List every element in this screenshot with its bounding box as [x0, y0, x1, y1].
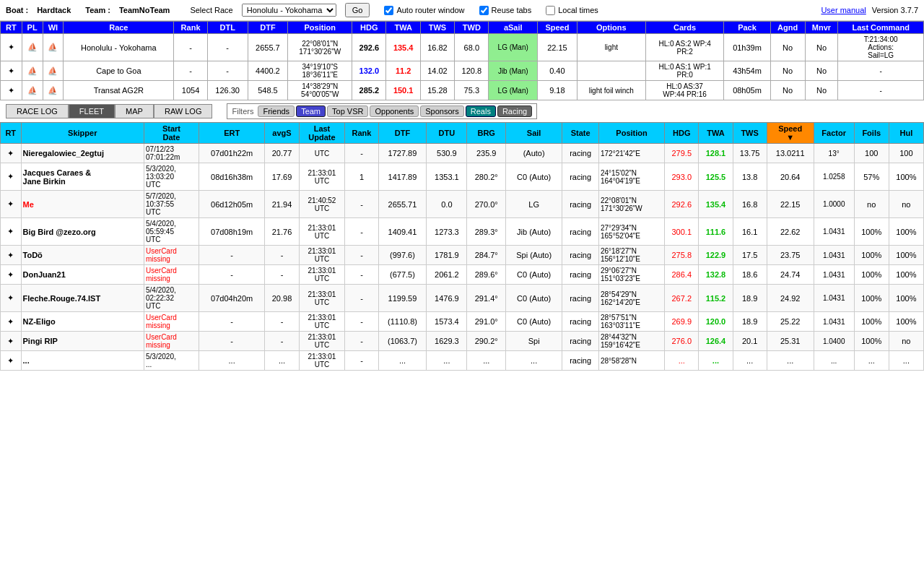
fleet-col-dtu[interactable]: DTU — [427, 123, 467, 144]
auto-router-checkbox[interactable] — [384, 6, 393, 15]
fleet-row-position: 29°06'27"N151°03'23"E — [598, 265, 664, 285]
filter-team[interactable]: Team — [296, 105, 326, 117]
top-row-lastcmd: - — [838, 81, 924, 100]
filter-top-vsr[interactable]: Top VSR — [327, 105, 368, 117]
fleet-col-rank[interactable]: Rank — [345, 123, 378, 144]
user-manual-link[interactable]: User manual — [821, 6, 866, 14]
col-pack: Pack — [724, 22, 770, 34]
fleet-row-rt: ✦ — [1, 285, 22, 312]
top-row-agnd: No — [770, 61, 805, 81]
filter-reals[interactable]: Reals — [466, 105, 496, 117]
fleet-row-dtu: 1353.1 — [427, 163, 467, 191]
race-select[interactable]: Honolulu - Yokohama — [242, 4, 336, 17]
fleet-col-tws[interactable]: TWS — [733, 123, 767, 144]
map-button[interactable]: MAP — [115, 104, 154, 118]
fleet-row-hdg: 292.6 — [665, 191, 699, 218]
fleet-row-sail: ... — [506, 351, 562, 371]
fleet-row-factor: 1.0000 — [814, 191, 854, 218]
fleet-row-twa: 128.1 — [699, 144, 733, 163]
fleet-row-dtf: 1409.41 — [378, 218, 427, 246]
fleet-row-state: racing — [562, 144, 599, 163]
top-row-position: 14°38'29"N54°00'05"W — [288, 81, 352, 100]
top-row-twa: 150.1 — [386, 81, 420, 100]
filter-opponents[interactable]: Opponents — [370, 105, 419, 117]
top-row-race: Cape to Goa — [64, 61, 174, 81]
fleet-row-rt: ✦ — [1, 246, 22, 265]
fleet-row-lastupdate: 21:33:01UTC — [299, 246, 345, 265]
fleet-col-ert[interactable]: ERT — [199, 123, 265, 144]
fleet-col-lastupdate[interactable]: LastUpdate — [299, 123, 345, 144]
top-row-pack: 08h05m — [724, 81, 770, 100]
fleet-col-dtf[interactable]: DTF — [378, 123, 427, 144]
col-options: Options — [577, 22, 645, 34]
fleet-row-speed: 25.31 — [767, 332, 814, 351]
filter-sponsors[interactable]: Sponsors — [420, 105, 463, 117]
col-rt: RT — [1, 22, 22, 34]
top-row-dtf: 2655.7 — [248, 34, 288, 61]
top-row-cards: HL:0 AS:2 WP:4PR:2 — [645, 34, 724, 61]
fleet-row-brg: 289.6° — [467, 265, 506, 285]
reuse-tabs-checkbox[interactable] — [479, 6, 489, 15]
top-row-rt: ✦ — [1, 61, 22, 81]
select-race-label: Select Race — [190, 6, 232, 14]
fleet-row-hdg: 293.0 — [665, 163, 699, 191]
fleet-row-tws: 13.8 — [733, 163, 767, 191]
fleet-row-start: UserCardmissing — [144, 246, 199, 265]
top-bar: Boat : Hardtack Team : TeamNoTeam Select… — [0, 0, 924, 21]
fleet-col-factor[interactable]: Factor — [814, 123, 854, 144]
top-row-mnvr: No — [805, 61, 838, 81]
fleet-row-avgs: 20.98 — [265, 285, 299, 312]
fleet-col-hul[interactable]: Hul — [889, 123, 923, 144]
local-times-checkbox-group[interactable]: Local times — [546, 6, 598, 15]
top-races-table: RT PL WI Race Rank DTL DTF Position HDG … — [0, 21, 924, 100]
reuse-tabs-checkbox-group[interactable]: Reuse tabs — [479, 6, 532, 15]
top-row-options — [577, 61, 645, 81]
raw-log-button[interactable]: RAW LOG — [154, 104, 213, 118]
filter-racing[interactable]: Racing — [497, 105, 532, 117]
fleet-row-state: racing — [562, 163, 599, 191]
top-row-wi: ⛵ — [43, 61, 64, 81]
fleet-row-ert: - — [199, 246, 265, 265]
filters-box: Filters Friends Team Top VSR Opponents S… — [227, 103, 537, 119]
top-row-race: Honolulu - Yokohama — [64, 34, 174, 61]
fleet-col-sail[interactable]: Sail — [506, 123, 562, 144]
fleet-col-foils[interactable]: Foils — [854, 123, 889, 144]
fleet-col-avgs[interactable]: avgS — [265, 123, 299, 144]
fleet-col-skipper[interactable]: Skipper — [21, 123, 144, 144]
top-row-tws: 14.02 — [420, 61, 454, 81]
fleet-row-state: racing — [562, 191, 599, 218]
fleet-col-speed[interactable]: Speed▼ — [767, 123, 814, 144]
filter-friends[interactable]: Friends — [258, 105, 295, 117]
fleet-col-state[interactable]: State — [562, 123, 599, 144]
fleet-scroll-area[interactable]: RT Skipper StartDate ERT avgS LastUpdate… — [0, 122, 924, 426]
fleet-row-brg: 235.9 — [467, 144, 506, 163]
fleet-button[interactable]: FLEET — [69, 104, 115, 118]
top-row-mnvr: No — [805, 34, 838, 61]
fleet-row-twa: 115.2 — [699, 285, 733, 312]
local-times-checkbox[interactable] — [546, 6, 555, 15]
fleet-col-hdg[interactable]: HDG — [665, 123, 699, 144]
fleet-row-foils: 100% — [854, 246, 889, 265]
fleet-col-start[interactable]: StartDate — [144, 123, 199, 144]
fleet-row-ert: ... — [199, 351, 265, 371]
auto-router-checkbox-group[interactable]: Auto router window — [384, 6, 464, 15]
fleet-row-hul: 100% — [889, 285, 923, 312]
auto-router-label: Auto router window — [396, 6, 464, 14]
fleet-row-dtf: (997.6) — [378, 246, 427, 265]
go-button[interactable]: Go — [345, 3, 370, 17]
fleet-row-hdg: ... — [665, 351, 699, 371]
fleet-col-position[interactable]: Position — [598, 123, 664, 144]
race-log-button[interactable]: RACE LOG — [6, 104, 69, 118]
fleet-row-lastupdate: 21:33:01UTC — [299, 312, 345, 332]
fleet-col-twa[interactable]: TWA — [699, 123, 733, 144]
fleet-row-brg: 289.3° — [467, 218, 506, 246]
fleet-row-factor: 1.0431 — [814, 265, 854, 285]
fleet-row-tws: 18.6 — [733, 265, 767, 285]
fleet-row-foils: 100% — [854, 218, 889, 246]
col-asail: aSail — [489, 22, 538, 34]
fleet-row-brg: 291.0° — [467, 312, 506, 332]
top-row-agnd: No — [770, 81, 805, 100]
fleet-row-tws: 18.9 — [733, 285, 767, 312]
fleet-row-speed: 23.75 — [767, 246, 814, 265]
fleet-col-brg[interactable]: BRG — [467, 123, 506, 144]
